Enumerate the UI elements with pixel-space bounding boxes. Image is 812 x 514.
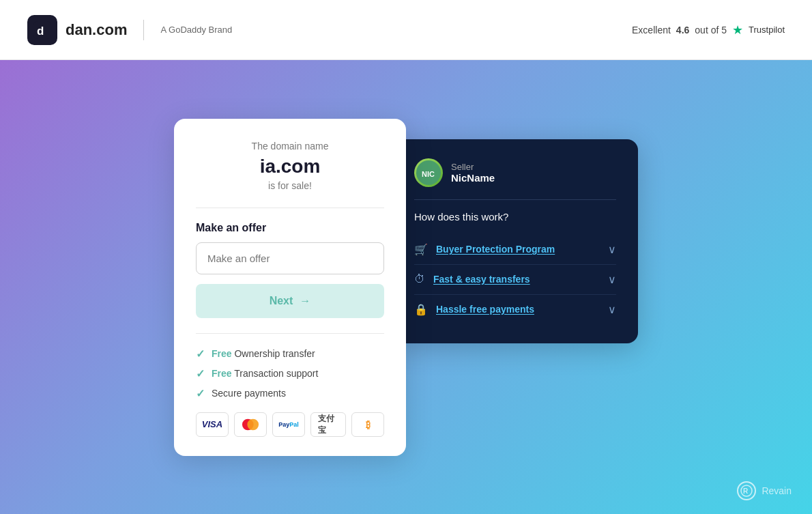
trustpilot-excellent: Excellent xyxy=(632,25,671,35)
domain-label: The domain name xyxy=(196,141,384,152)
trustpilot-section: Excellent 4.6 out of 5 ★ Trustpilot xyxy=(632,23,785,38)
next-button[interactable]: Next → xyxy=(196,284,384,318)
clock-icon: ⏱ xyxy=(414,273,425,285)
seller-label: Seller xyxy=(451,162,495,172)
lock-icon: 🔒 xyxy=(414,303,428,316)
hassle-free-label: Hassle free payments xyxy=(436,304,534,315)
feature-left-1: 🛒 Buyer Protection Program xyxy=(414,243,555,256)
check-icon-2: ✓ xyxy=(196,367,205,380)
how-works-title: How does this work? xyxy=(414,211,616,223)
next-arrow-icon: → xyxy=(300,295,310,307)
avatar-inner: NIC xyxy=(414,158,443,187)
benefits-section: ✓ Free Ownership transfer ✓ Free Transac… xyxy=(196,333,384,400)
seller-name: NicName xyxy=(451,172,495,184)
buyer-protection-label: Buyer Protection Program xyxy=(436,244,555,255)
bitcoin-icon: ₿ xyxy=(351,412,384,437)
feature-hassle-free[interactable]: 🔒 Hassle free payments ∨ xyxy=(414,295,616,324)
revain-label: Revain xyxy=(762,485,792,496)
payment-icons-row: VISA PayPal 支付宝 ₿ xyxy=(196,412,384,437)
mastercard-icon xyxy=(234,412,267,437)
domain-card: The domain name ia.com is for sale! Make… xyxy=(174,119,406,456)
site-name: dan.com xyxy=(66,21,127,39)
alipay-icon: 支付宝 xyxy=(310,412,346,437)
free-label-2: Free xyxy=(212,368,232,379)
main-background: The domain name ia.com is for sale! Make… xyxy=(0,60,812,514)
benefit-text-3: Secure payments xyxy=(212,388,286,399)
seller-row: NIC Seller NicName xyxy=(414,158,616,187)
revain-watermark: R Revain xyxy=(737,481,792,500)
next-button-label: Next xyxy=(270,295,293,307)
seller-card: NIC Seller NicName How does this work? 🛒… xyxy=(392,139,638,343)
seller-divider xyxy=(414,199,616,200)
svg-text:d: d xyxy=(37,25,44,38)
svg-text:NIC: NIC xyxy=(422,170,435,178)
revain-icon: R xyxy=(737,481,756,500)
benefit-text-1: Free Ownership transfer xyxy=(212,348,315,359)
chevron-down-icon-1: ∨ xyxy=(608,243,616,256)
trustpilot-outof: out of 5 xyxy=(695,25,727,35)
seller-avatar: NIC xyxy=(414,158,443,187)
offer-input[interactable] xyxy=(196,242,384,274)
paypal-icon: PayPal xyxy=(272,412,305,437)
fast-transfers-label: Fast & easy transfers xyxy=(433,274,530,285)
svg-point-3 xyxy=(247,418,259,430)
feature-left-3: 🔒 Hassle free payments xyxy=(414,303,534,316)
benefit-item-3: ✓ Secure payments xyxy=(196,387,384,400)
feature-fast-transfers[interactable]: ⏱ Fast & easy transfers ∨ xyxy=(414,265,616,295)
visa-icon: VISA xyxy=(196,412,229,437)
godaddy-brand: A GoDaddy Brand xyxy=(160,25,232,35)
card-divider-top xyxy=(196,208,384,208)
check-icon-1: ✓ xyxy=(196,347,205,360)
dan-logo-icon: d xyxy=(27,15,57,45)
svg-text:R: R xyxy=(743,487,749,495)
benefit-item-2: ✓ Free Transaction support xyxy=(196,367,384,380)
logo-divider xyxy=(143,20,144,40)
domain-name: ia.com xyxy=(196,156,384,177)
chevron-down-icon-2: ∨ xyxy=(608,273,616,286)
logo-area: d dan.com A GoDaddy Brand xyxy=(27,15,232,45)
seller-info: Seller NicName xyxy=(451,162,495,184)
trustpilot-score: 4.6 xyxy=(676,25,689,35)
free-label-1: Free xyxy=(212,348,232,359)
benefit-item-1: ✓ Free Ownership transfer xyxy=(196,347,384,360)
feature-buyer-protection[interactable]: 🛒 Buyer Protection Program ∨ xyxy=(414,235,616,265)
chevron-down-icon-3: ∨ xyxy=(608,303,616,316)
check-icon-3: ✓ xyxy=(196,387,205,400)
trustpilot-star-icon: ★ xyxy=(732,23,743,38)
cart-icon: 🛒 xyxy=(414,243,428,256)
header: d dan.com A GoDaddy Brand Excellent 4.6 … xyxy=(0,0,812,60)
domain-header: The domain name ia.com is for sale! xyxy=(196,141,384,191)
domain-forsale: is for sale! xyxy=(196,180,384,191)
feature-left-2: ⏱ Fast & easy transfers xyxy=(414,273,530,285)
trustpilot-logo: Trustpilot xyxy=(749,25,785,35)
card-container: The domain name ia.com is for sale! Make… xyxy=(174,119,638,456)
benefit-text-2: Free Transaction support xyxy=(212,368,318,379)
offer-label: Make an offer xyxy=(196,222,384,234)
